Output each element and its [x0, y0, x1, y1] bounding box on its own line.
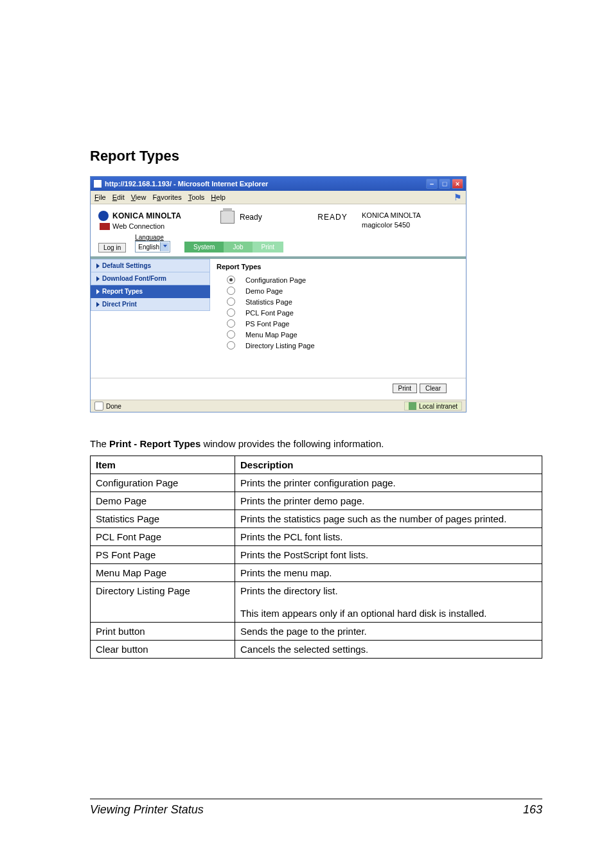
chevron-right-icon: [96, 276, 100, 281]
printer-icon: [220, 211, 235, 224]
table-row: PCL Font PagePrints the PCL font lists.: [91, 528, 542, 546]
printer-info: KONICA MINOLTA magicolor 5450: [362, 211, 458, 230]
page-title: Report Types: [90, 148, 542, 164]
ie-menubar: File Edit View Favorites Tools Help ⚑: [91, 191, 466, 204]
sidebar-item-download-font-form[interactable]: Download Font/Form: [91, 272, 210, 285]
chevron-right-icon: [96, 263, 100, 269]
statusbar-done: Done: [94, 402, 121, 411]
content-title: Report Types: [217, 263, 459, 270]
ie-icon: [93, 179, 102, 188]
chevron-right-icon: [96, 302, 100, 307]
table-row: PS Font PagePrints the PostScript font l…: [91, 546, 542, 564]
subbrand-label: Web Connection: [112, 222, 164, 230]
footer-title: Viewing Printer Status: [90, 803, 542, 817]
menu-view[interactable]: View: [131, 193, 147, 201]
radio-icon[interactable]: [227, 341, 235, 350]
radio-icon[interactable]: [227, 297, 235, 306]
col-desc: Description: [235, 456, 542, 474]
option-statistics-page[interactable]: Statistics Page: [217, 296, 459, 307]
language-select[interactable]: English: [135, 241, 170, 252]
menu-help[interactable]: Help: [211, 193, 226, 201]
radio-icon[interactable]: [227, 287, 235, 295]
minimize-button[interactable]: –: [426, 179, 438, 189]
sidebar-item-report-types[interactable]: Report Types: [91, 285, 210, 298]
ie-menus: File Edit View Favorites Tools Help: [94, 193, 226, 201]
option-demo-page[interactable]: Demo Page: [217, 285, 459, 296]
menu-favorites[interactable]: Favorites: [152, 193, 181, 201]
status-banner: READY: [303, 213, 362, 222]
ie-flag-icon: ⚑: [454, 192, 462, 202]
table-header-row: Item Description: [91, 456, 542, 474]
statusbar-zone: Local intranet: [404, 402, 462, 411]
sidebar-item-default-settings[interactable]: Default Settings: [91, 259, 210, 272]
table-row: Directory Listing Page Prints the direct…: [91, 582, 542, 600]
tab-job[interactable]: Job: [224, 242, 252, 252]
table-row: Statistics PagePrints the statistics pag…: [91, 510, 542, 528]
option-menu-map-page[interactable]: Menu Map Page: [217, 329, 459, 340]
content-panel: Report Types Configuration Page Demo Pag…: [210, 259, 466, 378]
tab-system[interactable]: System: [184, 242, 224, 252]
option-pcl-font-page[interactable]: PCL Font Page: [217, 307, 459, 318]
status-ready: Ready: [240, 213, 298, 222]
radio-icon[interactable]: [227, 330, 235, 339]
done-icon: [94, 402, 103, 411]
table-row: Configuration PagePrints the printer con…: [91, 474, 542, 492]
tab-print[interactable]: Print: [253, 242, 284, 252]
close-button[interactable]: ×: [452, 179, 463, 189]
brand-logo-icon: [98, 211, 109, 221]
table-row: Demo PagePrints the printer demo page.: [91, 492, 542, 510]
ie-titlebar: http://192.168.1.193/ - Microsoft Intern…: [91, 177, 466, 191]
menu-edit[interactable]: Edit: [112, 193, 125, 201]
option-directory-listing-page[interactable]: Directory Listing Page: [217, 340, 459, 351]
table-row: Print buttonSends the page to the printe…: [91, 623, 542, 641]
page-number: 163: [523, 803, 542, 817]
table-row: Clear buttonCancels the selected setting…: [91, 641, 542, 659]
intranet-icon: [409, 402, 416, 410]
ie-title: http://192.168.1.193/ - Microsoft Intern…: [105, 180, 268, 188]
printer-info-line2: magicolor 5450: [362, 220, 458, 230]
clear-button[interactable]: Clear: [420, 384, 447, 393]
col-item: Item: [91, 456, 235, 474]
radio-icon[interactable]: [227, 308, 235, 317]
footer: 163 Viewing Printer Status: [90, 799, 542, 817]
sidebar: Default Settings Download Font/Form Repo…: [91, 259, 210, 378]
brand-name: KONICA MINOLTA: [112, 211, 181, 220]
menu-tools[interactable]: Tools: [188, 193, 205, 201]
ie-window: http://192.168.1.193/ - Microsoft Intern…: [90, 176, 466, 412]
login-button[interactable]: Log in: [98, 243, 126, 252]
table-row: Menu Map PagePrints the menu map.: [91, 564, 542, 582]
print-button[interactable]: Print: [393, 384, 418, 393]
chevron-right-icon: [96, 289, 100, 294]
maximize-button[interactable]: □: [439, 179, 450, 189]
radio-icon[interactable]: [227, 276, 235, 284]
option-configuration-page[interactable]: Configuration Page: [217, 274, 459, 285]
intro-text: The Print - Report Types window provides…: [90, 438, 542, 449]
printer-info-line1: KONICA MINOLTA: [362, 211, 458, 220]
pagescope-badge-icon: [100, 223, 110, 230]
menu-file[interactable]: File: [94, 193, 106, 201]
sidebar-item-direct-print[interactable]: Direct Print: [91, 298, 210, 311]
description-table: Item Description Configuration PagePrint…: [90, 456, 542, 659]
radio-icon[interactable]: [227, 319, 235, 328]
language-label: Language: [135, 234, 170, 241]
option-ps-font-page[interactable]: PS Font Page: [217, 318, 459, 329]
